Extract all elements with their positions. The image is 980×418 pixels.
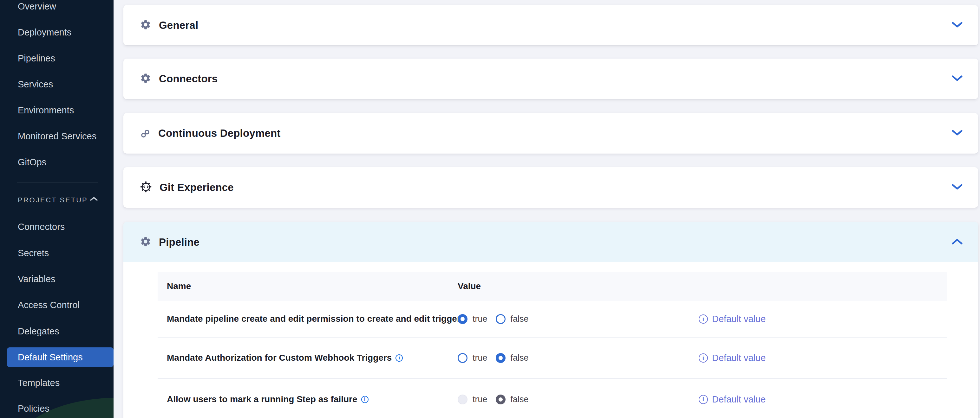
section-card-git-experience: Git Experience	[123, 167, 978, 208]
setting-label: Mandate pipeline create and edit permiss…	[158, 314, 458, 324]
table-row: Mandate Authorization for Custom Webhook…	[158, 337, 947, 379]
radio-option-true[interactable]: true	[458, 314, 487, 324]
sidebar-item-delegates[interactable]: Delegates	[18, 326, 59, 337]
section-card-continuous-deployment: Continuous Deployment	[123, 113, 978, 154]
section-card-pipeline: Pipeline Name Value Mandate pipeline cre…	[123, 222, 978, 418]
default-value-label: Default value	[712, 353, 765, 363]
radio-group-disabled: true false	[458, 394, 699, 404]
setting-label: Mandate Authorization for Custom Webhook…	[158, 353, 458, 363]
sidebar-item-services[interactable]: Services	[18, 79, 53, 90]
default-value-link[interactable]: i Default value	[699, 314, 947, 324]
info-icon: i	[699, 353, 708, 363]
chevron-down-icon[interactable]	[951, 21, 963, 30]
section-header-pipeline[interactable]: Pipeline	[123, 222, 978, 262]
setting-label: Allow users to mark a running Step as fa…	[158, 394, 458, 404]
sidebar-item-environments[interactable]: Environments	[18, 105, 74, 116]
info-icon: i	[699, 315, 708, 324]
section-title: Connectors	[159, 73, 218, 85]
default-value-link[interactable]: i Default value	[699, 353, 947, 363]
radio-false-unselected[interactable]	[496, 314, 506, 324]
radio-option-false[interactable]: false	[496, 353, 529, 363]
section-header-general[interactable]: General	[123, 5, 978, 45]
radio-true-selected[interactable]	[458, 314, 468, 324]
settings-panel: General Connectors Continuous Deploy	[113, 0, 980, 418]
project-setup-label[interactable]: PROJECT SETUP	[18, 195, 88, 205]
link-icon	[140, 129, 151, 140]
section-title: Git Experience	[159, 182, 234, 193]
sidebar-item-monitored-services[interactable]: Monitored Services	[18, 131, 96, 141]
sidebar-item-connectors[interactable]: Connectors	[18, 221, 65, 232]
info-icon[interactable]: i	[396, 354, 403, 362]
radio-option-false-disabled: false	[496, 394, 529, 404]
section-card-general: General	[123, 5, 978, 45]
sidebar-item-default-settings-selected[interactable]: Default Settings	[7, 347, 113, 367]
default-value-label: Default value	[712, 314, 765, 324]
radio-label: true	[473, 314, 487, 324]
sidebar: Overview Deployments Pipelines Services …	[0, 0, 113, 418]
radio-true-disabled	[458, 394, 468, 404]
radio-label: false	[511, 314, 529, 324]
radio-label: false	[511, 353, 529, 363]
radio-option-true[interactable]: true	[458, 353, 487, 363]
section-header-connectors[interactable]: Connectors	[123, 59, 978, 99]
sidebar-divider	[17, 182, 98, 182]
chevron-down-icon[interactable]	[951, 129, 963, 138]
sidebar-item-gitops[interactable]: GitOps	[18, 157, 46, 168]
chevron-down-icon[interactable]	[951, 75, 963, 83]
sidebar-item-policies[interactable]: Policies	[18, 403, 49, 414]
gear-icon	[140, 19, 151, 32]
sidebar-item-templates[interactable]: Templates	[18, 377, 60, 388]
sidebar-item-secrets[interactable]: Secrets	[18, 248, 49, 258]
radio-label: false	[511, 394, 529, 404]
gear-code-icon	[140, 181, 152, 194]
radio-option-false[interactable]: false	[496, 314, 529, 324]
default-value-label: Default value	[712, 394, 765, 405]
section-title: Pipeline	[159, 236, 199, 248]
pipeline-settings-table: Name Value Mandate pipeline create and e…	[158, 272, 947, 418]
sidebar-item-overview[interactable]: Overview	[18, 1, 56, 12]
table-header-row: Name Value	[158, 272, 947, 301]
gear-icon	[140, 236, 151, 249]
radio-option-true-disabled: true	[458, 394, 487, 404]
info-icon: i	[699, 395, 708, 404]
chevron-down-icon[interactable]	[951, 183, 963, 192]
radio-true-unselected[interactable]	[458, 353, 468, 363]
section-title: General	[159, 19, 198, 31]
chevron-up-icon[interactable]	[951, 238, 963, 246]
column-header-name: Name	[158, 281, 458, 291]
section-header-continuous-deployment[interactable]: Continuous Deployment	[123, 113, 978, 153]
default-value-link[interactable]: i Default value	[699, 394, 947, 405]
radio-false-selected-disabled	[496, 394, 506, 404]
radio-group: true false	[458, 314, 699, 324]
radio-label: true	[473, 353, 487, 363]
table-row: Allow users to mark a running Step as fa…	[158, 379, 947, 418]
chevron-up-icon[interactable]	[90, 196, 98, 203]
radio-false-selected[interactable]	[496, 353, 506, 363]
radio-group: true false	[458, 353, 699, 363]
radio-label: true	[473, 394, 487, 404]
table-row: Mandate pipeline create and edit permiss…	[158, 301, 947, 337]
sidebar-item-deployments[interactable]: Deployments	[18, 27, 72, 38]
section-card-connectors: Connectors	[123, 59, 978, 99]
sidebar-item-pipelines[interactable]: Pipelines	[18, 53, 55, 64]
info-icon[interactable]: i	[361, 396, 369, 403]
column-header-value: Value	[458, 281, 699, 291]
gear-icon	[140, 73, 151, 85]
sidebar-item-variables[interactable]: Variables	[18, 274, 56, 284]
sidebar-item-access-control[interactable]: Access Control	[18, 299, 80, 310]
section-title: Continuous Deployment	[158, 127, 281, 139]
section-header-git-experience[interactable]: Git Experience	[123, 167, 978, 207]
